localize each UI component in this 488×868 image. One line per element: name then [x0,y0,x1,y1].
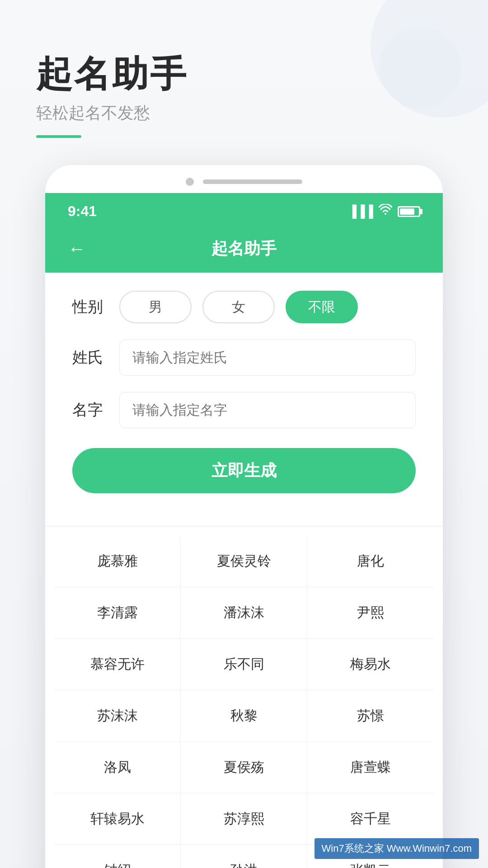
phone-top-bar [45,165,443,193]
watermark: Win7系统之家 Www.Winwin7.com [314,838,479,859]
name-item[interactable]: 洛凤 [54,742,181,793]
status-time: 9:41 [68,203,97,220]
name-item[interactable]: 苏憬 [307,690,434,742]
title-underline [36,135,81,138]
phone-mockup-wrapper: 9:41 ▐▐▐ [0,165,488,868]
navbar-title: 起名助手 [104,238,384,260]
form-section: 性别 男 女 不限 姓氏 名字 立 [45,273,443,511]
gender-male-button[interactable]: 男 [119,291,192,323]
back-button[interactable]: ← [68,239,86,259]
status-icons: ▐▐▐ [348,204,420,219]
app-title: 起名助手 [36,54,452,94]
name-item[interactable]: 慕容无许 [54,639,181,690]
name-item[interactable]: 夏侯灵铃 [181,536,307,587]
generate-button[interactable]: 立即生成 [72,448,416,493]
name-item[interactable]: 夏侯殇 [181,742,307,793]
gender-label: 性别 [72,297,108,317]
gender-any-button[interactable]: 不限 [286,291,358,323]
name-input[interactable] [119,392,416,428]
name-item[interactable]: 庞慕雅 [54,536,181,587]
section-divider [45,526,443,527]
gender-row: 性别 男 女 不限 [72,291,416,323]
battery-fill [400,208,414,215]
wifi-icon [379,204,392,219]
page-background: 起名助手 轻松起名不发愁 9:41 ▐▐▐ [0,0,488,868]
status-bar: 9:41 ▐▐▐ [45,193,443,228]
phone-mockup: 9:41 ▐▐▐ [45,165,443,868]
surname-input[interactable] [119,340,416,376]
app-navbar: ← 起名助手 [45,228,443,273]
header-section: 起名助手 轻松起名不发愁 [0,0,488,165]
name-label: 名字 [72,400,108,420]
name-item[interactable]: 容千星 [307,793,434,845]
name-item[interactable]: 孙洪 [181,845,307,868]
name-item[interactable]: 轩辕易水 [54,793,181,845]
battery-icon [398,206,420,217]
surname-label: 姓氏 [72,347,108,368]
name-row: 名字 [72,392,416,428]
name-item[interactable]: 潘沫沫 [181,587,307,639]
name-item[interactable]: 唐萱蝶 [307,742,434,793]
name-item[interactable]: 苏淳熙 [181,793,307,845]
name-item[interactable]: 梅易水 [307,639,434,690]
gender-buttons: 男 女 不限 [119,291,416,323]
phone-camera-dot [186,178,194,186]
gender-female-button[interactable]: 女 [202,291,275,323]
phone-notch-bar [203,179,302,184]
surname-row: 姓氏 [72,340,416,376]
name-item[interactable]: 秋黎 [181,690,307,742]
names-grid: 庞慕雅夏侯灵铃唐化李清露潘沫沫尹熙慕容无许乐不同梅易水苏沫沫秋黎苏憬洛凤夏侯殇唐… [45,536,443,868]
signal-icon: ▐▐▐ [348,204,373,218]
name-item[interactable]: 尹熙 [307,587,434,639]
name-item[interactable]: 李清露 [54,587,181,639]
name-item[interactable]: 乐不同 [181,639,307,690]
app-subtitle: 轻松起名不发愁 [36,102,452,124]
name-item[interactable]: 唐化 [307,536,434,587]
name-item[interactable]: 苏沫沫 [54,690,181,742]
name-item[interactable]: 钟绍 [54,845,181,868]
